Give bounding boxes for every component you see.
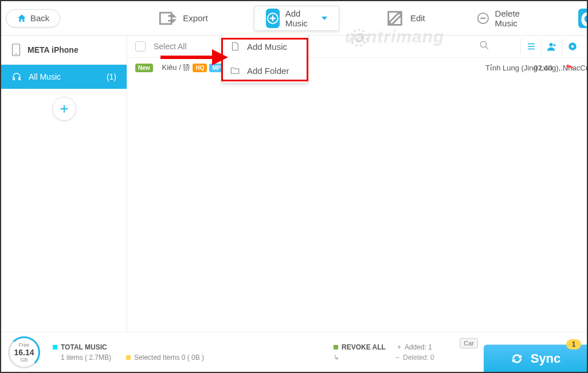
search-icon [479,40,489,50]
track-time: 02:40 [534,64,552,72]
plus-icon [58,103,70,115]
svg-point-8 [480,41,487,48]
edit-icon [385,9,405,28]
add-music-dropdown: Add Music Add Folder [221,34,308,83]
edit-button[interactable]: Edit [374,6,437,30]
device-header: META iPhone [1,36,127,65]
contact-button[interactable] [541,38,562,55]
add-music-icon [266,9,280,28]
chevron-down-icon [322,17,327,20]
new-badge: New [135,64,153,72]
svg-point-12 [571,45,574,48]
footer: Free 16.14 GB TOTAL MUSIC 1 items ( 2.7M… [1,332,587,372]
deleted-count: Deleted: 0 [403,354,434,362]
track-title: Kiêu / 骄 [162,62,191,73]
total-music-label: TOTAL MUSIC [61,343,107,351]
sync-label: Sync [531,351,561,366]
all-music-label: All Music [29,72,61,81]
add-playlist-button[interactable] [52,97,76,121]
back-label: Back [30,13,49,23]
sync-icon [510,352,524,366]
phone-icon [11,44,21,56]
sidebar-item-all-music[interactable]: All Music (1) [1,65,127,89]
revoke-all-button[interactable]: REVOKE ALL [342,343,386,351]
export-icon [158,9,177,28]
content-area: Select All New Kiêu / 骄 HQ MP3 Tỉnh Lung… [127,36,587,332]
list-view-button[interactable] [520,38,541,55]
select-all-checkbox[interactable] [135,41,146,52]
dropdown-add-folder-label: Add Folder [247,66,289,76]
person-plus-icon [547,41,557,52]
refresh-icon [578,9,588,28]
all-music-count: (1) [107,72,116,81]
folder-icon [230,65,240,76]
free-unit: GB [20,357,28,363]
added-count: Added: 1 [405,343,432,351]
hq-badge: HQ [193,64,207,72]
items-size: 1 items ( 2.7MB) [61,354,111,362]
export-button[interactable]: Export [146,6,219,30]
home-icon [17,13,27,23]
search-button[interactable] [479,40,489,53]
free-label: Free [19,342,30,348]
delete-music-label: Delete Music [495,9,527,28]
svg-point-10 [549,43,552,46]
selected-items: Selected Items 0 ( 0B ) [134,354,204,362]
export-label: Export [183,13,207,23]
delete-icon [477,9,489,28]
dropdown-add-music[interactable]: Add Music [222,34,308,58]
svg-line-9 [485,46,488,49]
disc-icon [567,41,578,52]
add-music-label: Add Music [285,9,313,28]
sidebar: META iPhone All Music (1) [1,36,127,332]
yellow-square-icon [126,355,131,360]
toolbar: Back Export Add Music Edit Delet [1,1,587,36]
device-name: META iPhone [28,45,79,54]
edit-label: Edit [410,13,425,23]
track-row[interactable]: New Kiêu / 骄 HQ MP3 Tỉnh Lung (Jing Long… [127,58,587,77]
sync-button[interactable]: Sync 1 [484,344,587,372]
cyan-square-icon [53,345,57,350]
undo-icon [564,62,575,73]
list-icon [526,41,536,52]
back-button[interactable]: Back [6,9,60,28]
add-music-button[interactable]: Add Music [254,6,339,31]
free-value: 16.14 [14,348,34,357]
headphones-icon [11,72,22,82]
green-square-icon [334,345,338,350]
undo-button[interactable] [564,62,575,73]
list-header: Select All [127,36,587,58]
dropdown-add-music-label: Add Music [247,42,287,52]
select-all-label: Select All [154,42,187,51]
refresh-button[interactable]: Refre [567,6,588,30]
dropdown-add-folder[interactable]: Add Folder [222,58,308,83]
track-artist: Tỉnh Lung (Jing Long),... [485,64,567,72]
disc-button[interactable] [562,38,582,55]
storage-indicator: Free 16.14 GB [8,336,40,368]
delete-music-button[interactable]: Delete Music [465,6,538,30]
cart-button[interactable]: Car [460,338,478,348]
file-icon [230,41,240,52]
sync-count-badge: 1 [566,339,581,350]
